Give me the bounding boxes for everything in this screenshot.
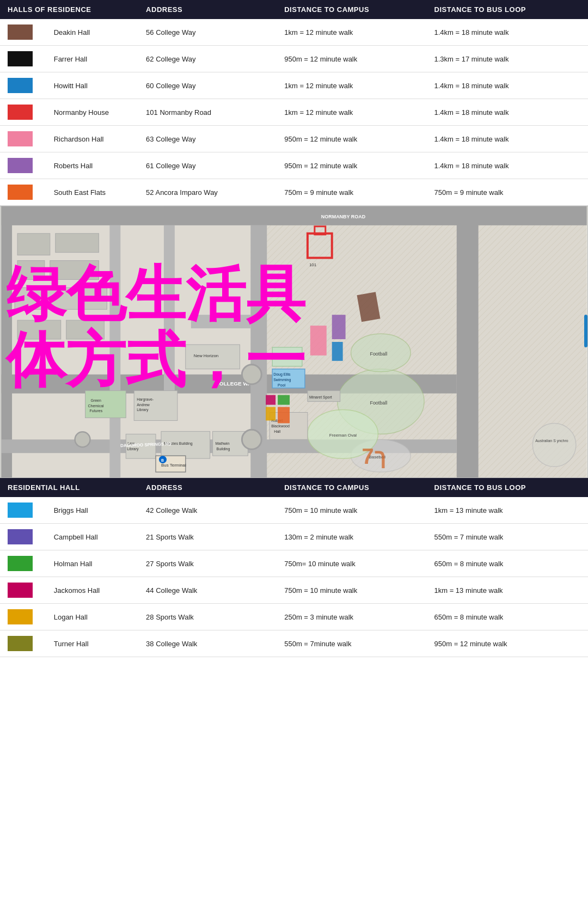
hall-name: Richardson Hall	[46, 126, 138, 152]
svg-text:New Horizon: New Horizon	[194, 353, 219, 358]
hall-name: Farrer Hall	[46, 46, 138, 72]
hall-address: 60 College Way	[138, 72, 277, 99]
svg-rect-74	[266, 395, 275, 405]
table-row: Logan Hall 28 Sports Walk 250m = 3 minut…	[0, 604, 588, 630]
svg-point-65	[532, 423, 576, 467]
residential-bus-distance: 650m = 8 minute walk	[427, 550, 589, 577]
residential-color-swatch	[8, 556, 33, 571]
table-row: Howitt Hall 60 College Way 1km = 12 minu…	[0, 72, 588, 99]
color-swatch-cell	[0, 72, 46, 99]
svg-text:7ך: 7ך	[362, 444, 385, 468]
col-header-campus-top: DISTANCE TO CAMPUS	[277, 0, 426, 19]
table-row: Roberts Hall 61 College Way 950m = 12 mi…	[0, 152, 588, 179]
hall-address: 61 College Way	[138, 152, 277, 179]
residential-hall-name: Campbell Hall	[46, 524, 138, 550]
bus-distance: 1.3km = 17 minute walk	[427, 46, 589, 72]
col-header-address-top: ADDRESS	[138, 0, 277, 19]
col-header-address-bottom: ADDRESS	[138, 478, 277, 497]
svg-text:Hall: Hall	[274, 430, 280, 433]
svg-rect-13	[17, 234, 50, 255]
svg-text:Doug Ellis: Doug Ellis	[273, 372, 291, 377]
hall-address: 56 College Way	[138, 19, 277, 46]
residential-hall-address: 28 Sports Walk	[138, 604, 277, 630]
svg-text:Blackwood: Blackwood	[271, 424, 290, 428]
residential-color-swatch	[8, 583, 33, 598]
svg-text:Tennis: Tennis	[279, 356, 291, 360]
residential-hall-address: 38 College Walk	[138, 630, 277, 657]
hall-name: Deakin Hall	[46, 19, 138, 46]
hall-name: Howitt Hall	[46, 72, 138, 99]
residential-hall-name: Briggs Hall	[46, 497, 138, 524]
residential-hall-name: Turner Hall	[46, 630, 138, 657]
color-swatch-cell	[0, 126, 46, 152]
svg-rect-17	[15, 287, 107, 309]
svg-rect-10	[109, 225, 120, 477]
color-swatch-cell	[0, 550, 46, 577]
color-swatch-cell	[0, 46, 46, 72]
hall-color-swatch	[8, 51, 33, 66]
residential-color-swatch	[8, 529, 33, 544]
svg-text:Pool: Pool	[278, 383, 285, 387]
bus-distance: 1.4km = 18 minute walk	[427, 72, 589, 99]
hall-name: Normanby House	[46, 99, 138, 126]
svg-rect-19	[66, 320, 105, 339]
svg-rect-14	[56, 234, 99, 253]
residential-color-swatch	[8, 609, 33, 624]
svg-rect-73	[278, 395, 290, 405]
svg-rect-70	[332, 342, 343, 361]
color-swatch-cell	[0, 152, 46, 179]
col-header-bus-bottom: DISTANCE TO BUS LOOP	[427, 478, 589, 497]
residential-campus-distance: 750m= 10 minute walk	[277, 550, 426, 577]
svg-rect-71	[278, 407, 290, 424]
svg-text:Swimming: Swimming	[273, 378, 291, 382]
col-header-halls: HALLS OF RESIDENCE	[0, 0, 138, 19]
svg-text:Library: Library	[137, 408, 149, 412]
svg-rect-4	[1, 206, 587, 225]
hall-address: 101 Normanby Road	[138, 99, 277, 126]
color-swatch-cell	[0, 577, 46, 604]
svg-rect-72	[266, 407, 275, 421]
residential-color-swatch	[8, 503, 33, 518]
hall-address: 52 Ancora Imparo Way	[138, 179, 277, 206]
color-swatch-cell	[0, 179, 46, 206]
residential-hall-table: RESIDENTIAL HALL ADDRESS DISTANCE TO CAM…	[0, 478, 588, 657]
svg-point-76	[242, 365, 261, 384]
campus-distance: 950m = 12 minute walk	[277, 46, 426, 72]
table-row: Normanby House 101 Normanby Road 1km = 1…	[0, 99, 588, 126]
residential-hall-name: Holman Hall	[46, 550, 138, 577]
campus-distance: 1km = 12 minute walk	[277, 72, 426, 99]
map-svg: NORMANBY ROAD COLLEGE WAY Green Chemical…	[1, 206, 587, 477]
color-swatch-cell	[0, 99, 46, 126]
hall-color-swatch	[8, 24, 33, 40]
bus-distance: 1.4km = 18 minute walk	[427, 126, 589, 152]
table-row: South East Flats 52 Ancora Imparo Way 75…	[0, 179, 588, 206]
svg-text:101: 101	[309, 262, 317, 267]
scroll-indicator[interactable]	[584, 315, 587, 347]
svg-text:Freeman Oval: Freeman Oval	[329, 433, 357, 438]
svg-rect-12	[164, 225, 175, 394]
svg-rect-15	[17, 261, 45, 280]
hall-color-swatch	[8, 78, 33, 93]
halls-of-residence-table: HALLS OF RESIDENCE ADDRESS DISTANCE TO C…	[0, 0, 588, 206]
residential-color-swatch	[8, 636, 33, 651]
residential-hall-section: RESIDENTIAL HALL ADDRESS DISTANCE TO CAM…	[0, 478, 588, 657]
svg-text:Football: Football	[370, 400, 387, 406]
hall-color-swatch	[8, 131, 33, 146]
residential-hall-address: 42 College Walk	[138, 497, 277, 524]
svg-point-77	[242, 430, 261, 449]
hall-color-swatch	[8, 158, 33, 173]
svg-rect-7	[1, 206, 12, 477]
table-row: Jackomos Hall 44 College Walk 750m = 10 …	[0, 577, 588, 604]
residential-hall-name: Logan Hall	[46, 604, 138, 630]
table-row: Richardson Hall 63 College Way 950m = 12…	[0, 126, 588, 152]
svg-text:Chemical: Chemical	[88, 404, 104, 408]
svg-text:Green: Green	[91, 399, 101, 402]
bus-distance: 750m = 9 minute walk	[427, 179, 589, 206]
color-swatch-cell	[0, 497, 46, 524]
svg-text:Hargrave-: Hargrave-	[137, 397, 154, 402]
svg-text:Minaret Sport: Minaret Sport	[309, 395, 332, 400]
table-row: Holman Hall 27 Sports Walk 750m= 10 minu…	[0, 550, 588, 577]
color-swatch-cell	[0, 630, 46, 657]
table-row: Farrer Hall 62 College Way 950m = 12 min…	[0, 46, 588, 72]
campus-distance: 950m = 12 minute walk	[277, 126, 426, 152]
